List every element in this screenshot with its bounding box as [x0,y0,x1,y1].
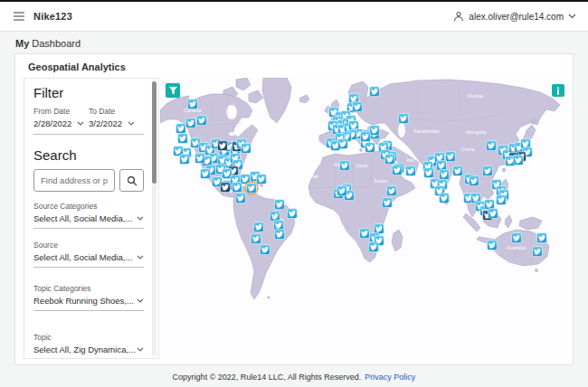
map-marker[interactable] [365,143,375,153]
map-marker[interactable] [218,141,228,151]
map-marker[interactable] [387,186,397,196]
search-input[interactable] [33,169,115,192]
scrollbar-thumb[interactable] [152,81,156,184]
from-date-label: From Date [33,107,89,116]
map-marker[interactable] [360,229,370,239]
chevron-down-icon [137,216,144,221]
country-label: Libya [356,163,368,168]
map-marker[interactable] [176,124,186,134]
search-heading: Search [33,147,144,163]
map-container: CanadaRussiaMongoliaChinaKazakhstanIranL… [160,78,568,360]
search-button[interactable] [119,169,144,192]
footer: Copyright © 2022, Rule14 LLC, All Rights… [0,366,588,387]
map-marker[interactable] [188,99,198,109]
map-marker[interactable] [487,141,497,151]
map-marker[interactable] [469,176,479,186]
map-marker[interactable] [537,233,547,243]
map-marker[interactable] [512,233,522,243]
chevron-down-icon [137,298,144,303]
map-marker[interactable] [437,161,447,171]
topic-select[interactable]: Select All, Zig Dynamica,... [33,345,144,359]
map-marker[interactable] [270,212,280,222]
user-menu[interactable]: alex.oliver@rule14.com [453,11,576,22]
map-marker[interactable] [242,144,251,154]
map-marker[interactable] [497,195,507,205]
map-marker[interactable] [178,134,188,144]
map-marker[interactable] [440,194,450,203]
funnel-icon [168,86,178,96]
field-label: Topic Categories [33,284,144,293]
map-filter-button[interactable] [166,83,180,98]
map-marker[interactable] [232,183,242,193]
map-marker[interactable] [251,234,261,244]
breadcrumb-label: Dashboard [32,38,81,49]
map-marker[interactable] [453,166,463,176]
from-date-field: From Date 2/28/2022 [33,107,89,128]
dashboard-card: Geospatial Analytics Filter From Date 2/… [14,53,574,365]
source-select[interactable]: Select All, Social Media,... [33,252,144,268]
map-marker[interactable] [180,155,190,165]
privacy-policy-link[interactable]: Privacy Policy [365,373,415,382]
map-marker[interactable] [514,156,524,165]
map-marker[interactable] [440,170,450,180]
map-marker[interactable] [406,166,416,176]
chevron-down-icon [77,121,84,126]
map-marker[interactable] [353,102,363,112]
map-marker[interactable] [369,242,379,252]
map-marker[interactable] [370,126,380,136]
copyright-text: Copyright © 2022, Rule14 LLC, All Rights… [173,373,362,382]
source-field: Source Select All, Social Media,... [33,241,144,268]
to-date-select[interactable]: 3/2/2022 [89,118,144,128]
source-categories-select[interactable]: Select All, Social Media,... [33,213,144,229]
select-value: Reebok Running Shoes,... [33,296,134,306]
select-value: Select All, Zig Dynamica,... [33,345,136,354]
map-marker[interactable] [195,154,205,164]
map-marker[interactable] [337,186,347,196]
user-icon [453,11,464,22]
map-marker[interactable] [288,209,298,219]
map-marker[interactable] [483,166,493,176]
nav-left: Nike123 [12,10,72,23]
map-marker[interactable] [361,132,371,142]
map-marker[interactable] [274,221,284,231]
select-value: Select All, Social Media,... [33,213,132,223]
map-marker[interactable] [399,114,409,124]
map-info-button[interactable] [552,84,564,97]
map-marker[interactable] [370,87,380,97]
map-marker[interactable] [375,224,384,234]
map-marker[interactable] [488,241,498,250]
map-marker[interactable] [338,139,348,149]
map-marker[interactable] [221,183,231,193]
panel-scrollbar[interactable] [152,80,156,356]
map-marker[interactable] [245,182,258,194]
filter-panel: Filter From Date 2/28/2022 To Date 3/2/2… [24,78,159,359]
map-marker[interactable] [488,209,498,219]
from-date-select[interactable]: 2/28/2022 [33,118,89,128]
map-marker[interactable] [383,198,393,208]
map-marker[interactable] [257,175,267,184]
map-marker[interactable] [446,152,456,162]
from-date-value: 2/28/2022 [33,118,71,128]
menu-button[interactable] [12,10,26,23]
field-label: Topic [33,333,144,342]
map-marker[interactable] [275,200,285,210]
map-marker[interactable] [261,245,270,255]
map-marker[interactable] [385,155,395,165]
world-map[interactable]: CanadaRussiaMongoliaChinaKazakhstanIranL… [160,78,568,360]
map-marker[interactable] [393,165,403,175]
topic-categories-field: Topic Categories Reebok Running Shoes,..… [33,284,144,311]
map-marker[interactable] [340,161,350,171]
info-icon [555,87,562,95]
map-marker[interactable] [236,194,246,203]
map-marker[interactable] [201,169,211,179]
map-marker[interactable] [197,116,207,126]
map-marker[interactable] [533,247,543,257]
map-marker[interactable] [485,200,495,210]
map-marker[interactable] [254,222,264,232]
date-range-row: From Date 2/28/2022 To Date 3/2/2022 [33,107,144,135]
map-marker[interactable] [424,168,434,178]
map-marker[interactable] [186,118,196,128]
chevron-down-icon [137,347,144,352]
topic-categories-select[interactable]: Reebok Running Shoes,... [33,296,144,311]
map-marker[interactable] [275,230,285,240]
